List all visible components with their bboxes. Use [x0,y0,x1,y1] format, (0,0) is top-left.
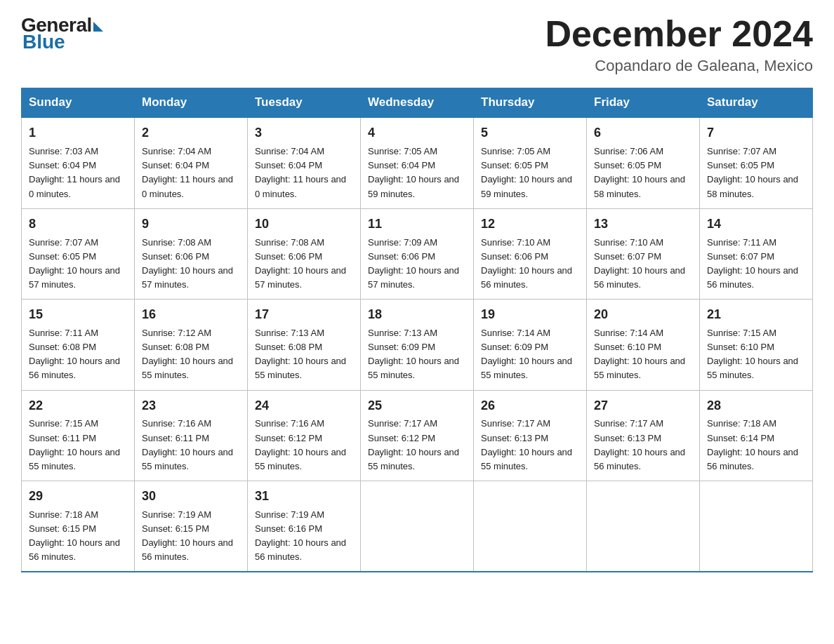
calendar-header-row: SundayMondayTuesdayWednesdayThursdayFrid… [22,88,813,118]
day-info: Sunrise: 7:17 AMSunset: 6:12 PMDaylight:… [368,418,459,471]
day-number: 28 [707,396,805,416]
day-number: 15 [29,305,127,325]
day-info: Sunrise: 7:13 AMSunset: 6:09 PMDaylight:… [368,328,459,380]
day-number: 9 [142,215,240,234]
day-number: 24 [255,396,353,416]
calendar-cell: 6 Sunrise: 7:06 AMSunset: 6:05 PMDayligh… [587,117,700,208]
day-number: 11 [368,215,466,234]
day-number: 25 [368,396,466,416]
day-number: 12 [481,215,579,234]
calendar-cell: 5 Sunrise: 7:05 AMSunset: 6:05 PMDayligh… [474,117,587,208]
day-number: 14 [707,215,805,234]
day-info: Sunrise: 7:04 AMSunset: 6:04 PMDaylight:… [142,146,233,199]
day-info: Sunrise: 7:11 AMSunset: 6:07 PMDaylight:… [707,237,798,290]
day-number: 29 [29,487,127,507]
page-header: General Blue December 2024 Copandaro de … [21,14,813,75]
day-number: 21 [707,305,805,325]
day-number: 22 [29,396,127,416]
day-number: 1 [29,123,127,143]
calendar-week-row: 15 Sunrise: 7:11 AMSunset: 6:08 PMDaylig… [22,300,813,390]
header-tuesday: Tuesday [248,88,361,118]
day-number: 5 [481,123,579,143]
day-info: Sunrise: 7:15 AMSunset: 6:11 PMDaylight:… [29,418,120,471]
day-number: 30 [142,487,240,507]
calendar-cell: 16 Sunrise: 7:12 AMSunset: 6:08 PMDaylig… [135,300,248,390]
day-info: Sunrise: 7:14 AMSunset: 6:10 PMDaylight:… [594,328,685,380]
day-number: 17 [255,305,353,325]
calendar-week-row: 22 Sunrise: 7:15 AMSunset: 6:11 PMDaylig… [22,390,813,481]
day-number: 6 [594,123,692,143]
day-number: 31 [255,487,353,507]
calendar-week-row: 8 Sunrise: 7:07 AMSunset: 6:05 PMDayligh… [22,208,813,299]
calendar-cell: 15 Sunrise: 7:11 AMSunset: 6:08 PMDaylig… [22,300,135,390]
location-text: Copandaro de Galeana, Mexico [545,57,813,75]
header-monday: Monday [135,88,248,118]
day-number: 26 [481,396,579,416]
calendar-cell: 23 Sunrise: 7:16 AMSunset: 6:11 PMDaylig… [135,390,248,481]
day-info: Sunrise: 7:08 AMSunset: 6:06 PMDaylight:… [142,237,233,290]
day-number: 4 [368,123,466,143]
calendar-table: SundayMondayTuesdayWednesdayThursdayFrid… [21,88,813,572]
calendar-cell [361,481,474,572]
calendar-cell: 7 Sunrise: 7:07 AMSunset: 6:05 PMDayligh… [700,117,813,208]
calendar-cell: 3 Sunrise: 7:04 AMSunset: 6:04 PMDayligh… [248,117,361,208]
day-info: Sunrise: 7:19 AMSunset: 6:16 PMDaylight:… [255,509,346,562]
calendar-cell: 4 Sunrise: 7:05 AMSunset: 6:04 PMDayligh… [361,117,474,208]
calendar-week-row: 1 Sunrise: 7:03 AMSunset: 6:04 PMDayligh… [22,117,813,208]
day-info: Sunrise: 7:12 AMSunset: 6:08 PMDaylight:… [142,328,233,380]
calendar-cell: 8 Sunrise: 7:07 AMSunset: 6:05 PMDayligh… [22,208,135,299]
day-number: 13 [594,215,692,234]
day-number: 7 [707,123,805,143]
day-number: 18 [368,305,466,325]
day-info: Sunrise: 7:10 AMSunset: 6:06 PMDaylight:… [481,237,572,290]
calendar-cell: 27 Sunrise: 7:17 AMSunset: 6:13 PMDaylig… [587,390,700,481]
logo: General Blue [21,14,103,53]
calendar-cell [587,481,700,572]
calendar-cell: 9 Sunrise: 7:08 AMSunset: 6:06 PMDayligh… [135,208,248,299]
calendar-cell: 11 Sunrise: 7:09 AMSunset: 6:06 PMDaylig… [361,208,474,299]
calendar-week-row: 29 Sunrise: 7:18 AMSunset: 6:15 PMDaylig… [22,481,813,572]
calendar-cell: 10 Sunrise: 7:08 AMSunset: 6:06 PMDaylig… [248,208,361,299]
day-info: Sunrise: 7:13 AMSunset: 6:08 PMDaylight:… [255,328,346,380]
calendar-cell: 18 Sunrise: 7:13 AMSunset: 6:09 PMDaylig… [361,300,474,390]
day-info: Sunrise: 7:15 AMSunset: 6:10 PMDaylight:… [707,328,798,380]
day-info: Sunrise: 7:14 AMSunset: 6:09 PMDaylight:… [481,328,572,380]
day-number: 10 [255,215,353,234]
day-info: Sunrise: 7:16 AMSunset: 6:12 PMDaylight:… [255,418,346,471]
day-info: Sunrise: 7:07 AMSunset: 6:05 PMDaylight:… [29,237,120,290]
calendar-cell: 29 Sunrise: 7:18 AMSunset: 6:15 PMDaylig… [22,481,135,572]
calendar-cell: 2 Sunrise: 7:04 AMSunset: 6:04 PMDayligh… [135,117,248,208]
calendar-cell: 31 Sunrise: 7:19 AMSunset: 6:16 PMDaylig… [248,481,361,572]
calendar-cell: 28 Sunrise: 7:18 AMSunset: 6:14 PMDaylig… [700,390,813,481]
day-info: Sunrise: 7:05 AMSunset: 6:05 PMDaylight:… [481,146,572,199]
calendar-cell [474,481,587,572]
calendar-cell: 26 Sunrise: 7:17 AMSunset: 6:13 PMDaylig… [474,390,587,481]
calendar-cell: 17 Sunrise: 7:13 AMSunset: 6:08 PMDaylig… [248,300,361,390]
calendar-cell: 1 Sunrise: 7:03 AMSunset: 6:04 PMDayligh… [22,117,135,208]
calendar-cell: 25 Sunrise: 7:17 AMSunset: 6:12 PMDaylig… [361,390,474,481]
calendar-cell: 30 Sunrise: 7:19 AMSunset: 6:15 PMDaylig… [135,481,248,572]
day-number: 16 [142,305,240,325]
day-info: Sunrise: 7:03 AMSunset: 6:04 PMDaylight:… [29,146,120,199]
calendar-cell: 24 Sunrise: 7:16 AMSunset: 6:12 PMDaylig… [248,390,361,481]
day-info: Sunrise: 7:07 AMSunset: 6:05 PMDaylight:… [707,146,798,199]
calendar-cell: 19 Sunrise: 7:14 AMSunset: 6:09 PMDaylig… [474,300,587,390]
day-info: Sunrise: 7:18 AMSunset: 6:14 PMDaylight:… [707,418,798,471]
day-number: 23 [142,396,240,416]
logo-blue-text: Blue [22,31,65,53]
day-info: Sunrise: 7:11 AMSunset: 6:08 PMDaylight:… [29,328,120,380]
logo-arrow-icon [93,22,103,32]
month-title: December 2024 [545,14,813,54]
calendar-cell [700,481,813,572]
day-info: Sunrise: 7:06 AMSunset: 6:05 PMDaylight:… [594,146,685,199]
day-number: 8 [29,215,127,234]
day-number: 27 [594,396,692,416]
calendar-cell: 22 Sunrise: 7:15 AMSunset: 6:11 PMDaylig… [22,390,135,481]
day-info: Sunrise: 7:09 AMSunset: 6:06 PMDaylight:… [368,237,459,290]
day-number: 2 [142,123,240,143]
calendar-cell: 12 Sunrise: 7:10 AMSunset: 6:06 PMDaylig… [474,208,587,299]
day-number: 20 [594,305,692,325]
calendar-cell: 20 Sunrise: 7:14 AMSunset: 6:10 PMDaylig… [587,300,700,390]
day-info: Sunrise: 7:18 AMSunset: 6:15 PMDaylight:… [29,509,120,562]
day-info: Sunrise: 7:17 AMSunset: 6:13 PMDaylight:… [594,418,685,471]
